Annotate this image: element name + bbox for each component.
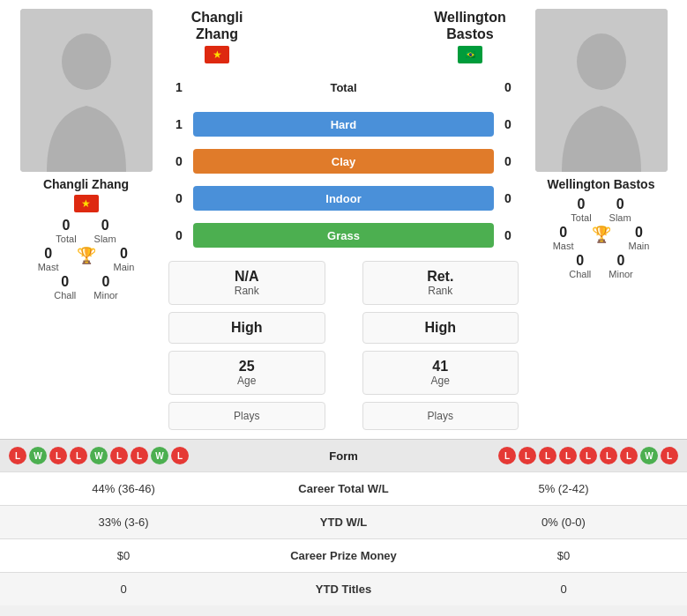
stats-row: $0Career Prize Money$0 (0, 538, 687, 572)
right-slam-stat: 0 Slam (609, 197, 631, 223)
right-player-avatar (535, 9, 668, 172)
form-badge: L (559, 447, 577, 464)
stats-right-value: $0 (440, 549, 687, 562)
stats-row: 0YTD Titles0 (0, 572, 687, 605)
left-name-header: Changli Zhang ★ (168, 9, 265, 63)
form-badge: L (661, 447, 678, 464)
right-high-box: High (362, 312, 519, 344)
right-trophy-icon: 🏆 (592, 225, 611, 251)
info-boxes-row: N/A Rank Ret. Rank (168, 261, 519, 305)
left-minor-stat: 0 Minor (93, 274, 118, 301)
right-chall-stat: 0 Chall (569, 253, 591, 279)
form-badge: W (640, 447, 658, 464)
left-player-name: Changli Zhang (43, 177, 129, 191)
right-player-stats-row3: 0 Chall 0 Minor (524, 253, 678, 279)
right-player-area: Wellington Bastos 0 Total 0 Slam 0 Mast (524, 9, 678, 430)
stats-row: 44% (36-46)Career Total W/L5% (2-42) (0, 471, 687, 505)
left-form-badges: LWLLWLLWL (9, 447, 189, 464)
high-row: High High (168, 312, 519, 344)
left-total-stat: 0 Total (56, 218, 76, 244)
right-player-stats-row2: 0 Mast 🏆 0 Main (524, 225, 678, 251)
stats-right-value: 0% (0-0) (440, 516, 687, 529)
right-mast-stat: 0 Mast (553, 225, 574, 251)
stats-center-label: Career Prize Money (247, 549, 440, 562)
right-form-badges: LLLLLLLWL (498, 447, 678, 464)
form-badge: L (579, 447, 597, 464)
left-chall-stat: 0 Chall (54, 274, 76, 301)
stats-right-value: 5% (2-42) (440, 482, 687, 495)
form-badge: L (519, 447, 536, 464)
right-age-box: 41 Age (362, 351, 519, 395)
right-player-stats-row1: 0 Total 0 Slam (524, 197, 678, 223)
stats-right-value: 0 (440, 583, 687, 596)
left-player-stats-row2: 0 Mast 🏆 0 Main (9, 246, 163, 272)
form-badge: W (29, 447, 47, 464)
form-badge: L (620, 447, 638, 464)
player-names-row: Changli Zhang ★ Wellington Bastos (168, 9, 519, 63)
left-high-box: High (168, 312, 325, 344)
right-main-stat: 0 Main (629, 225, 650, 251)
right-name-header: Wellington Bastos 🇧🇷 (422, 9, 519, 63)
stats-row: 33% (3-6)YTD W/L0% (0-0) (0, 505, 687, 538)
stats-center-label: YTD W/L (247, 516, 440, 529)
form-badge: L (498, 447, 516, 464)
stats-left-value: $0 (0, 549, 247, 562)
left-age-box: 25 Age (168, 351, 325, 395)
form-section: LWLLWLLWL Form LLLLLLLWL (0, 439, 687, 471)
spacer4 (331, 402, 357, 430)
svg-point-1 (62, 33, 111, 90)
form-badge: L (171, 447, 189, 464)
total-row: 1 Total 0 (168, 71, 519, 104)
stats-left-value: 44% (36-46) (0, 482, 247, 495)
spacer (331, 261, 357, 305)
top-section: Changli Zhang ★ 0 Total 0 Slam 0 Mast (0, 0, 687, 439)
form-badge: L (70, 447, 87, 464)
left-info-box: N/A Rank (168, 261, 325, 305)
right-flag: 🇧🇷 (458, 46, 482, 63)
center-area: Changli Zhang ★ Wellington Bastos (168, 9, 519, 430)
spacer2 (331, 312, 357, 344)
form-badge: L (49, 447, 67, 464)
left-main-stat: 0 Main (114, 246, 135, 272)
spacer3 (331, 351, 357, 395)
clay-badge: Clay (193, 149, 494, 174)
right-info-box: Ret. Rank (362, 261, 519, 305)
age-row: 25 Age 41 Age (168, 351, 519, 395)
left-trophy-icon: 🏆 (77, 246, 96, 272)
surface-row-hard: 1 Hard 0 (168, 108, 519, 141)
left-player-area: Changli Zhang ★ 0 Total 0 Slam 0 Mast (9, 9, 163, 430)
form-badge: W (151, 447, 168, 464)
surface-row-grass: 0 Grass 0 (168, 219, 519, 252)
right-player-name: Wellington Bastos (548, 177, 655, 191)
surface-row-clay: 0 Clay 0 (168, 145, 519, 178)
right-total-stat: 0 Total (571, 197, 591, 223)
form-badge: W (90, 447, 108, 464)
stats-center-label: Career Total W/L (247, 482, 440, 495)
left-flag: ★ (205, 46, 229, 63)
plays-row: Plays Plays (168, 402, 519, 430)
left-player-avatar (20, 9, 153, 172)
right-minor-stat: 0 Minor (609, 253, 633, 279)
form-badge: L (600, 447, 617, 464)
indoor-badge: Indoor (193, 186, 494, 211)
left-player-flag: ★ (74, 195, 99, 212)
left-slam-stat: 0 Slam (94, 218, 116, 244)
left-plays-box: Plays (168, 402, 325, 430)
form-badge: L (131, 447, 148, 464)
stats-left-value: 33% (3-6) (0, 516, 247, 529)
hard-badge: Hard (193, 112, 494, 137)
stats-section: 44% (36-46)Career Total W/L5% (2-42)33% … (0, 471, 687, 605)
grass-badge: Grass (193, 223, 494, 248)
stats-left-value: 0 (0, 583, 247, 596)
right-plays-box: Plays (362, 402, 519, 430)
form-badge: L (539, 447, 556, 464)
form-badge: L (9, 447, 26, 464)
svg-point-3 (577, 33, 626, 90)
left-player-stats-row1: 0 Total 0 Slam (9, 218, 163, 244)
form-badge: L (110, 447, 128, 464)
main-container: Changli Zhang ★ 0 Total 0 Slam 0 Mast (0, 0, 687, 605)
left-player-stats-row3: 0 Chall 0 Minor (9, 274, 163, 301)
surface-row-indoor: 0 Indoor 0 (168, 182, 519, 215)
left-mast-stat: 0 Mast (38, 246, 59, 272)
stats-center-label: YTD Titles (247, 583, 440, 596)
